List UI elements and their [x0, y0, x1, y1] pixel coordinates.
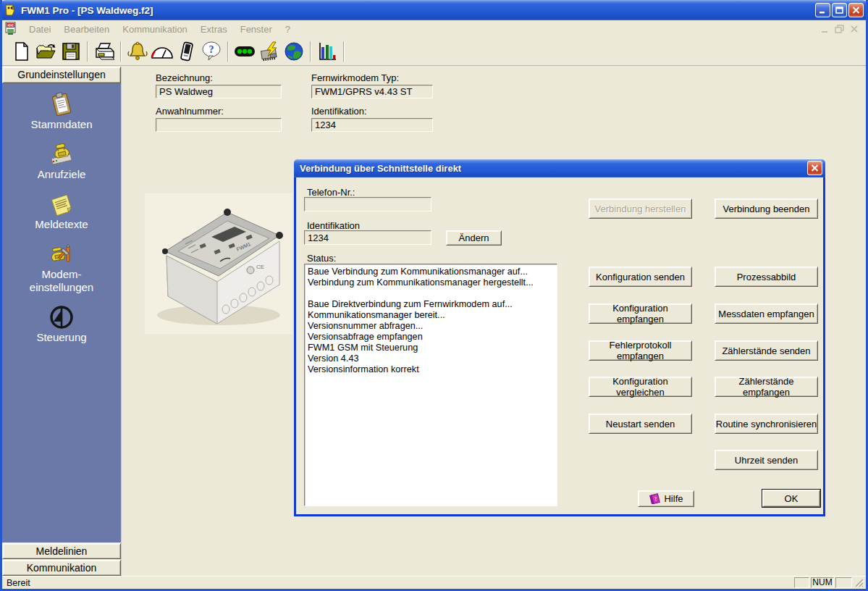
dialog-body: Telefon-Nr.: Identifikation 1234 Ändern … [296, 177, 823, 514]
anwahlnummer-field[interactable] [156, 118, 282, 132]
sidebar-item-anrufziele[interactable]: Anrufziele [2, 141, 121, 181]
statusbar-cell-caps [794, 577, 809, 588]
messdaten-empfangen-button[interactable]: Messdaten empfangen [715, 303, 818, 324]
chip-flash-button[interactable] [257, 40, 282, 63]
statusbar-cell-scrl [835, 577, 852, 588]
toolbar-separator [120, 41, 122, 62]
bezeichnung-field[interactable]: PS Waldweg [156, 85, 282, 98]
chip-flash-icon [258, 41, 280, 62]
toolbar-separator [227, 41, 229, 62]
globe-button[interactable] [282, 40, 306, 63]
mdi-minimize-icon[interactable] [819, 24, 831, 34]
telefon-field[interactable] [304, 197, 431, 211]
globe-icon [284, 41, 304, 62]
fernwirkmodem-typ-field[interactable]: FWM1/GPRS v4.43 ST [311, 85, 433, 98]
dialog-identifikation-field[interactable]: 1234 [304, 230, 431, 245]
hilfe-label: Hilfe [664, 493, 683, 504]
menu-hilfe[interactable]: ? [279, 22, 297, 37]
device-photo: CE FWM1 [145, 193, 292, 334]
alarm-bell-button[interactable] [125, 40, 150, 63]
sidebar-panel: Stammdaten Anrufziele Meldetexte [2, 83, 121, 542]
sidebar-tab-kommunikation[interactable]: Kommunikation [2, 560, 121, 576]
konfiguration-senden-button[interactable]: Konfiguration senden [589, 267, 692, 287]
sidebar-item-label: Anrufziele [38, 168, 86, 181]
menu-fenster[interactable]: Fenster [234, 22, 279, 37]
resize-grip[interactable] [854, 577, 864, 588]
menu-datei[interactable]: Datei [22, 22, 57, 37]
uhrzeit-senden-button[interactable]: Uhrzeit senden [715, 450, 818, 470]
sidebar-item-label: Modem- einstellungen [30, 268, 93, 294]
app-icon [4, 4, 17, 17]
routine-synchronisieren-button[interactable]: Routine synchronisieren [715, 414, 818, 434]
control-circle-icon [49, 304, 75, 330]
bezeichnung-label: Bezeichnung: [156, 72, 213, 83]
titlebar[interactable]: FWM1 Pro - [PS Waldweg.f2] [0, 0, 868, 20]
hilfe-button[interactable]: ? Hilfe [638, 490, 694, 507]
dialog-titlebar[interactable]: Verbindung über Schnittstelle direkt [294, 159, 825, 177]
help-bubble-button[interactable]: ? [199, 40, 224, 63]
bar-chart-icon [317, 41, 337, 62]
svg-text:CE: CE [256, 264, 264, 270]
new-document-button[interactable] [9, 40, 34, 63]
sidebar-item-label: Stammdaten [30, 118, 92, 131]
alarm-bell-icon [127, 41, 148, 62]
ok-button[interactable]: OK [762, 490, 820, 507]
neustart-senden-button[interactable]: Neustart senden [589, 414, 692, 434]
clipboard-icon [49, 91, 75, 117]
sidebar-item-label: Steuerung [36, 331, 86, 344]
traffic-light-button[interactable] [232, 40, 257, 63]
menu-bearbeiten[interactable]: Bearbeiten [57, 22, 116, 37]
svg-text:DOK: DOK [7, 23, 16, 28]
mdi-close-icon[interactable] [848, 24, 860, 34]
traffic-light-icon [234, 46, 256, 57]
document-icon: DOK [4, 22, 18, 36]
save-button[interactable] [59, 40, 83, 63]
sidebar-item-meldetexte[interactable]: Meldetexte [2, 191, 121, 231]
phone-tools-icon [49, 241, 75, 267]
identifikation-field[interactable]: 1234 [311, 118, 433, 132]
menu-kommunikation[interactable]: Kommunikation [116, 22, 194, 37]
app-window: FWM1 Pro - [PS Waldweg.f2] DOK Datei Bea… [0, 0, 868, 591]
sidebar-item-label: Meldetexte [35, 218, 88, 231]
help-book-icon: ? [649, 493, 660, 504]
verbindung-herstellen-button[interactable]: Verbindung herstellen [589, 198, 692, 219]
open-file-button[interactable] [34, 40, 59, 63]
help-bubble-icon: ? [201, 41, 222, 62]
zaehlerstaende-senden-button[interactable]: Zählerstände senden [715, 340, 818, 361]
status-log[interactable]: Baue Verbindung zum Kommunikationsmanage… [304, 264, 557, 506]
minimize-button[interactable] [815, 3, 830, 17]
toolbar-separator [87, 41, 88, 62]
note-icon [49, 191, 75, 217]
aendern-button[interactable]: Ändern [446, 230, 502, 246]
konfiguration-empfangen-button[interactable]: Konfiguration empfangen [589, 303, 692, 324]
sidebar-item-stammdaten[interactable]: Stammdaten [2, 91, 121, 131]
svg-text:?: ? [209, 44, 214, 55]
zaehlerstaende-empfangen-button[interactable]: Zählerstände empfangen [715, 377, 818, 397]
toolbar: ? [2, 38, 866, 66]
sidebar-item-modemeinstellungen[interactable]: Modem- einstellungen [2, 241, 121, 294]
save-icon [62, 42, 80, 61]
handheld-device-icon [177, 41, 196, 62]
handheld-device-button[interactable] [174, 40, 199, 63]
menu-extras[interactable]: Extras [194, 22, 234, 37]
dialog-close-button[interactable] [807, 161, 822, 175]
telefon-label: Telefon-Nr.: [307, 187, 355, 198]
gauge-icon [150, 43, 174, 60]
verbindung-beenden-button[interactable]: Verbindung beenden [715, 198, 818, 219]
new-document-icon [12, 41, 31, 62]
fehlerprotokoll-empfangen-button[interactable]: Fehlerprotokoll empfangen [589, 340, 692, 361]
print-button[interactable] [92, 40, 117, 63]
sidebar-header-grundeinstellungen[interactable]: Grundeinstellungen [2, 67, 121, 83]
prozessabbild-button[interactable]: Prozessabbild [715, 267, 818, 287]
close-button[interactable] [848, 3, 864, 17]
maximize-button[interactable] [832, 3, 847, 17]
toolbar-separator [343, 41, 345, 62]
fernwirkmodem-typ-label: Fernwirkmodem Typ: [311, 72, 399, 83]
konfiguration-vergleichen-button[interactable]: Konfiguration vergleichen [589, 377, 692, 397]
dialog-identifikation-label: Identifikation [307, 220, 360, 231]
bar-chart-button[interactable] [315, 40, 340, 63]
gauge-button[interactable] [150, 40, 174, 63]
sidebar-item-steuerung[interactable]: Steuerung [2, 304, 121, 344]
sidebar-tab-meldelinien[interactable]: Meldelinien [2, 543, 121, 559]
mdi-restore-icon[interactable] [834, 24, 846, 34]
